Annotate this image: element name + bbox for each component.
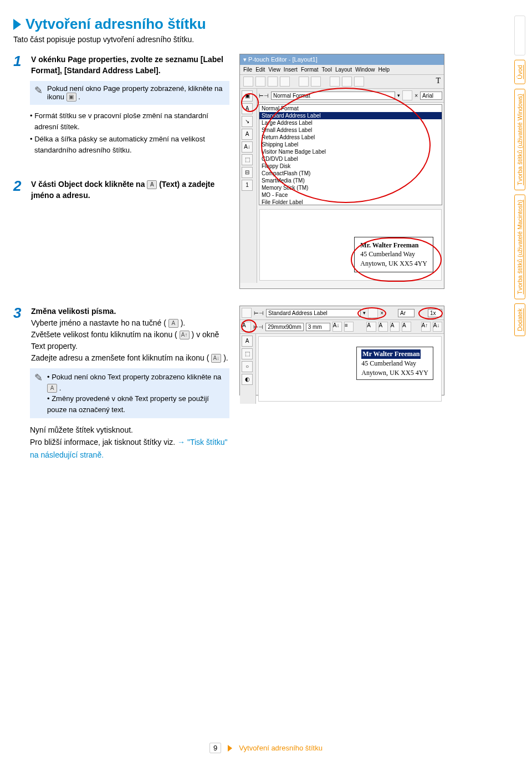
- s3l1b: ).: [181, 318, 186, 327]
- toolbar-button[interactable]: [311, 77, 321, 87]
- highlight-oval-icon: [357, 307, 386, 319]
- tab-dodatek[interactable]: Dodatek: [514, 303, 525, 336]
- align-button[interactable]: A↓: [332, 322, 342, 332]
- step-3-line-3: Zadejte adresu a zmenšete font kliknutím…: [31, 352, 229, 364]
- right-column-2: ⊢⊣ Standard Address Label ▾ × Ar 1x A ⊢⊣…: [239, 306, 456, 395]
- triangle-bullet-icon: [13, 19, 21, 30]
- right-column-1: ▾ P-touch Editor - [Layout1] File Edit V…: [239, 54, 456, 289]
- dock-button[interactable]: ◐: [242, 374, 253, 385]
- align-button[interactable]: ≡: [344, 322, 354, 332]
- pencil-icon: ✎: [34, 84, 43, 97]
- block-2: 3 Změna velikosti písma. Vyberte jméno a…: [13, 306, 457, 461]
- n3b1b: .: [59, 384, 62, 392]
- menu-view[interactable]: View: [268, 67, 280, 73]
- text-style-indicator: T: [436, 77, 441, 87]
- dock-button[interactable]: A: [242, 129, 253, 140]
- tab-uvod[interactable]: Úvod: [514, 60, 525, 84]
- lead-text: Tato část popisuje postup vytvoření adre…: [13, 35, 457, 44]
- close-icon[interactable]: ×: [415, 93, 418, 99]
- font-smaller-icon: A↓: [211, 354, 221, 363]
- toolbar-button[interactable]: [243, 77, 253, 87]
- dock-button[interactable]: A: [242, 336, 253, 347]
- s3l3b: ).: [223, 353, 228, 362]
- step-number: 1: [13, 54, 25, 68]
- note-3: ✎ • Pokud není okno Text property zobraz…: [30, 368, 229, 418]
- toolbar-button[interactable]: [255, 77, 265, 87]
- step-3: 3 Změna velikosti písma. Vyberte jméno a…: [13, 306, 229, 364]
- font-smaller-button[interactable]: A↓: [433, 322, 442, 332]
- format-dropdown[interactable]: Standard Address Label: [266, 309, 361, 317]
- side-nav-tabs: Úvod Tvorba štítků (uživatelé Windows) T…: [514, 16, 525, 336]
- editor-toolbar: T: [240, 75, 444, 89]
- font-dropdown[interactable]: Ar: [398, 309, 415, 317]
- step-3-line-2: Zvětšete velikost fontu kliknutím na iko…: [31, 329, 229, 352]
- font-bigger-button[interactable]: A↑: [421, 322, 431, 332]
- dock-button[interactable]: ⊟: [242, 167, 253, 178]
- dock-arrow-icon[interactable]: ↘: [242, 116, 253, 127]
- style-button[interactable]: A: [402, 322, 411, 332]
- toolbar-button[interactable]: [242, 308, 252, 318]
- page-number: 9: [209, 743, 221, 753]
- dock-button[interactable]: A↓: [242, 141, 253, 153]
- step-1: 1 V okénku Page properties, zvolte ze se…: [13, 54, 229, 77]
- step-1-text: V okénku Page properties, zvolte ze sezn…: [31, 54, 229, 77]
- bold-button[interactable]: A: [366, 322, 376, 332]
- ss2-toolbar-row-1: ⊢⊣ Standard Address Label ▾ × Ar 1x: [240, 306, 444, 320]
- label2-line-1: Mr Walter Freeman: [361, 349, 421, 359]
- highlight-oval-icon: [241, 93, 259, 112]
- toolbar-button[interactable]: [280, 77, 290, 87]
- note-3-bullet-1: • Pokud není okno Text property zobrazen…: [47, 372, 225, 393]
- menu-tool[interactable]: Tool: [322, 67, 332, 73]
- toolbar-button[interactable]: [402, 90, 412, 100]
- label-canvas-2[interactable]: Mr Walter Freeman 45 Cumberland Way Anyt…: [258, 336, 442, 402]
- dock-button[interactable]: ⬚: [242, 154, 253, 165]
- toolbar-button[interactable]: [299, 77, 309, 87]
- toolbar-button[interactable]: [354, 77, 364, 87]
- left-column-1: 1 V okénku Page properties, zvolte ze se…: [13, 54, 229, 206]
- chevron-down-icon[interactable]: ▾: [397, 93, 400, 98]
- toolbar-button[interactable]: [268, 77, 278, 87]
- menu-insert[interactable]: Insert: [284, 67, 298, 73]
- step-3-line-1: Vyberte jméno a nastavte ho na tučné ( A…: [31, 317, 229, 329]
- menu-format[interactable]: Format: [301, 67, 319, 73]
- note-1-text: Pokud není okno Page property zobrazené,…: [47, 84, 225, 102]
- size-field[interactable]: 29mmx90mm: [265, 323, 304, 331]
- italic-button[interactable]: A: [378, 322, 388, 332]
- left-column-2: 3 Změna velikosti písma. Vyberte jméno a…: [13, 306, 229, 461]
- dock-button[interactable]: 1: [242, 180, 253, 191]
- breadcrumb: Vytvoření adresního štítku: [239, 744, 323, 752]
- menu-file[interactable]: File: [243, 67, 252, 73]
- menu-edit[interactable]: Edit: [255, 67, 265, 73]
- tab-macintosh[interactable]: Tvorba štítků (uživatelé Macintosh): [514, 195, 525, 300]
- editor-window-title: ▾ P-touch Editor - [Layout1]: [240, 54, 444, 65]
- bullets-1: • Formát štítku se v pracovní ploše změn…: [30, 110, 229, 155]
- menu-help[interactable]: Help: [378, 67, 390, 73]
- thickness-field[interactable]: 3 mm: [306, 323, 330, 331]
- ruler-marker: ⊢⊣: [254, 310, 264, 316]
- step-2-text: V části Object dock klikněte na A (Text)…: [31, 179, 229, 201]
- arrow-icon: →: [177, 438, 185, 447]
- block-1: 1 V okénku Page properties, zvolte ze se…: [13, 54, 457, 289]
- highlight-oval-icon: [351, 237, 442, 282]
- note-1b: .: [78, 93, 80, 101]
- final-l2a: Pro bližší informace, jak tisknout štítk…: [30, 438, 175, 447]
- toolbar-button[interactable]: [342, 77, 352, 87]
- pencil-icon: ✎: [34, 372, 43, 384]
- step-2: 2 V části Object dock klikněte na A (Tex…: [13, 179, 229, 201]
- step-2a: V části Object dock klikněte na: [31, 180, 147, 189]
- style-button[interactable]: A: [390, 322, 400, 332]
- editor-title-text: P-touch Editor - [Layout1]: [248, 56, 318, 63]
- object-dock-2: A ⬚ ○ ◐: [240, 334, 256, 404]
- menu-layout[interactable]: Layout: [335, 67, 352, 73]
- highlight-oval-icon: [241, 319, 257, 333]
- tab-windows[interactable]: Tvorba štítků (uživatelé Windows): [514, 89, 525, 190]
- font-dropdown[interactable]: Arial: [420, 92, 442, 100]
- menu-window[interactable]: Window: [355, 67, 375, 73]
- dock-button[interactable]: ○: [242, 361, 253, 372]
- screenshot-text-property: ⊢⊣ Standard Address Label ▾ × Ar 1x A ⊢⊣…: [239, 306, 444, 395]
- dock-button[interactable]: ⬚: [242, 348, 253, 359]
- toolbar-button[interactable]: [330, 77, 340, 87]
- note-3-bullet-2: • Změny provedené v okně Text property s…: [47, 393, 225, 415]
- note-3-body: • Pokud není okno Text property zobrazen…: [47, 372, 225, 415]
- note-1: ✎ Pokud není okno Page property zobrazen…: [30, 81, 229, 105]
